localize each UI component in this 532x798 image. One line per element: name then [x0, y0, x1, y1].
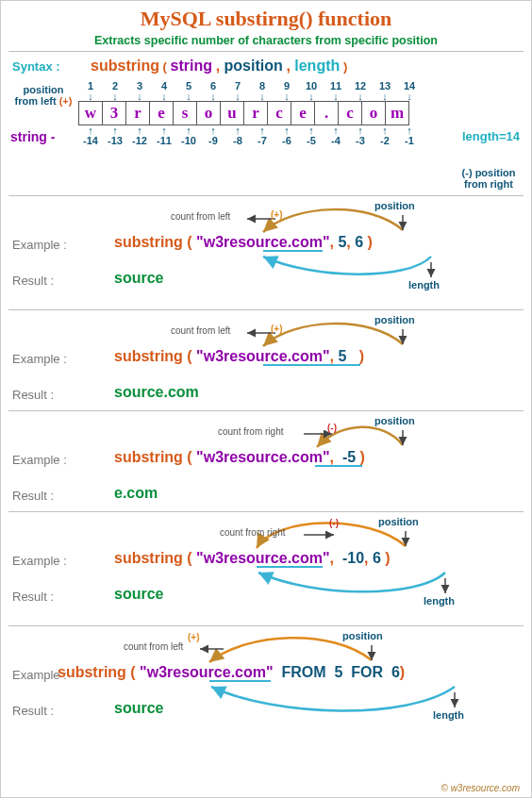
result-label: Result : — [12, 489, 54, 503]
syntax-fn: substring — [91, 58, 159, 74]
syntax-label: Syntax : — [12, 59, 60, 74]
count-left-annot: count from left — [171, 325, 230, 336]
down-arrow-icon: ↓ — [299, 91, 324, 101]
down-arrow-icon: ↓ — [176, 91, 201, 101]
bottom-index-row: -14-13-12-11-10-9-8-7-6-5-4-3-2-1 — [78, 135, 422, 146]
down-arrow-icon: ↓ — [250, 91, 274, 101]
pm-annot: (+) — [271, 324, 283, 334]
example-code: substring ( "w3resource.com", 5 ) — [114, 348, 364, 365]
example-code: substring ( "w3resource.com", -5 ) — [114, 449, 365, 466]
result-label: Result : — [12, 274, 54, 288]
example-label: Example : — [12, 453, 67, 467]
bottom-index: -7 — [250, 135, 274, 146]
result-value: source — [114, 586, 163, 603]
result-value: source.com — [114, 384, 199, 401]
up-arrow-icon: ↑ — [397, 125, 422, 135]
text: position from right — [464, 167, 515, 190]
fn: substring — [114, 234, 183, 250]
arg-pos: -5 — [342, 449, 356, 465]
char-cell: u — [220, 101, 244, 125]
comma: , — [286, 58, 294, 74]
position-annot: position — [374, 200, 415, 211]
example-code: substring ( "w3resource.com", 5, 6 ) — [114, 234, 373, 251]
fn: substring — [114, 550, 183, 566]
position-annot: position — [374, 314, 415, 325]
pm-annot: (+) — [271, 209, 283, 220]
down-arrow-icon: ↓ — [78, 91, 103, 101]
up-arrow-icon: ↑ — [274, 125, 299, 135]
example-label: Example : — [12, 554, 67, 568]
char-cell: e — [291, 101, 315, 125]
syntax-arg-string: string — [171, 58, 212, 74]
arg-pos: -10 — [342, 550, 364, 566]
char-cell: o — [196, 101, 221, 125]
plus-sign: (+) — [59, 95, 73, 107]
example-4: position count from right (-) length Exa… — [1, 512, 531, 625]
position-grid: position from left (+) string - length=1… — [10, 80, 522, 193]
char-cell: w — [78, 101, 103, 125]
pos-from-left-label: position from left (+) — [10, 84, 76, 107]
char-row: w3resource.com — [78, 101, 422, 125]
length-annot: length — [433, 709, 464, 721]
up-arrow-icon: ↑ — [348, 125, 373, 135]
position-annot: position — [378, 516, 419, 527]
bottom-index: -4 — [324, 135, 348, 146]
count-left-annot: count from left — [124, 641, 183, 652]
example-1: position count from left (+) length Exam… — [1, 196, 531, 309]
char-cell: s — [173, 101, 197, 125]
down-arrow-icon: ↓ — [127, 91, 152, 101]
example-5: position count from left (+) length Exam… — [1, 626, 531, 747]
text: position from left — [15, 84, 64, 107]
char-cell: m — [385, 101, 409, 125]
length-label: length=14 — [462, 129, 520, 143]
top-index-row: 1234567891011121314 — [78, 80, 422, 91]
bottom-index: -5 — [299, 135, 324, 146]
bottom-index: -6 — [274, 135, 299, 146]
bottom-index: -9 — [201, 135, 225, 146]
char-cell: . — [314, 101, 339, 125]
count-left-annot: count from left — [171, 211, 230, 222]
bottom-index: -3 — [348, 135, 373, 146]
down-arrow-icon: ↓ — [324, 91, 348, 101]
arg-string: "w3resource.com" — [196, 348, 329, 364]
example-label: Example : — [12, 238, 67, 252]
arg-string: "w3resource.com" — [140, 664, 273, 680]
down-arrow-icon: ↓ — [274, 91, 299, 101]
char-cell: c — [267, 101, 291, 125]
arg-pos: 5 — [334, 664, 342, 680]
count-right-annot: count from right — [220, 527, 285, 538]
example-label: Example : — [12, 352, 67, 366]
char-cell: o — [361, 101, 386, 125]
for-kw: FOR — [351, 664, 383, 680]
result-label: Result : — [12, 704, 54, 718]
down-arrow-icon: ↓ — [348, 91, 373, 101]
arrows-svg — [1, 196, 531, 309]
syntax-arg-position: position — [224, 58, 283, 74]
up-arrow-icon: ↑ — [324, 125, 348, 135]
down-arrow-icon: ↓ — [103, 91, 127, 101]
fn: substring — [58, 664, 126, 680]
pm-annot: (-) — [327, 423, 337, 433]
result-label: Result : — [12, 388, 54, 402]
arg-string: "w3resource.com" — [196, 234, 329, 250]
up-arrow-icon: ↑ — [127, 125, 152, 135]
arg-len: 6 — [373, 550, 381, 566]
up-arrow-icon: ↑ — [78, 125, 103, 135]
from-kw: FROM — [281, 664, 325, 680]
footer-credit: © w3resource.com — [441, 783, 520, 793]
char-cell: c — [338, 101, 362, 125]
up-arrow-icon: ↑ — [152, 125, 176, 135]
page-subtitle: Extracts specific number of characters f… — [1, 31, 531, 51]
pos-from-right-label: (-) position from right — [456, 167, 522, 190]
bottom-index: -1 — [397, 135, 422, 146]
up-arrow-icon: ↑ — [103, 125, 127, 135]
example-2: position count from left (+) Example : s… — [1, 310, 531, 410]
bottom-index: -14 — [78, 135, 103, 146]
open-paren: ( — [163, 59, 171, 74]
char-cell: 3 — [102, 101, 126, 125]
up-arrow-icon: ↑ — [299, 125, 324, 135]
count-right-annot: count from right — [218, 426, 283, 437]
up-arrow-icon: ↑ — [250, 125, 274, 135]
pm-annot: (-) — [329, 518, 339, 528]
bottom-index: -13 — [103, 135, 127, 146]
